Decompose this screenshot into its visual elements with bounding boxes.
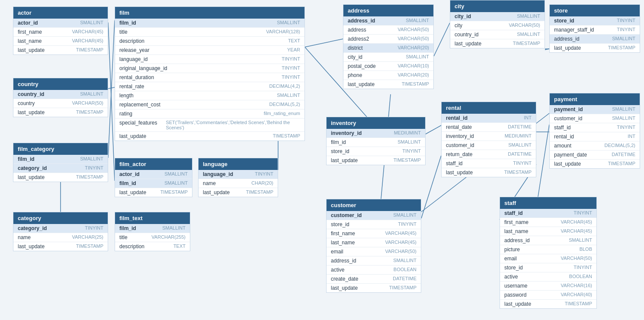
table-category[interactable]: categorycategory_idTINYINTnameVARCHAR(25… [13, 212, 108, 251]
col-name: language_id [203, 171, 233, 177]
col-name: release_year [119, 47, 149, 53]
col-name: original_language_id [119, 65, 167, 71]
table-film_actor[interactable]: film_actoractor_idSMALLINTfilm_idSMALLIN… [115, 158, 192, 197]
col-type: BLOB [580, 246, 592, 253]
col-type: TINYINT [282, 65, 300, 71]
col-type: VARCHAR(10) [397, 63, 429, 69]
col-name: last_update [18, 109, 45, 115]
col-name: last_name [18, 38, 42, 44]
col-type: TIMESTAMP [246, 189, 273, 195]
col-name: address_id [348, 18, 375, 24]
table-rental[interactable]: rentalrental_idINTrental_dateDATETIMEinv… [441, 102, 536, 177]
col-name: rental_rate [119, 83, 144, 90]
table-language[interactable]: languagelanguage_idTINYINTnameCHAR(20)la… [198, 158, 278, 197]
table-row: districtVARCHAR(20) [343, 44, 433, 53]
col-name: customer_id [446, 142, 474, 148]
col-type: SMALLINT [517, 32, 540, 38]
col-name: city [455, 22, 462, 29]
table-row: countryVARCHAR(50) [13, 99, 108, 108]
col-type: SMALLINT [612, 36, 635, 42]
col-type: DATETIME [508, 151, 532, 157]
col-type: DECIMAL(5,2) [269, 102, 300, 108]
table-film_category[interactable]: film_categoryfilm_idSMALLINTcategory_idT… [13, 143, 108, 182]
table-customer[interactable]: customercustomer_idSMALLINTstore_idTINYI… [326, 199, 421, 293]
table-row: last_updateTIMESTAMP [13, 46, 108, 54]
col-type: TIMESTAMP [76, 109, 103, 115]
col-type: INT [628, 134, 635, 140]
col-name: address2 [348, 36, 369, 42]
col-type: YEAR [287, 47, 300, 53]
col-type: VARCHAR(50) [72, 100, 103, 106]
col-name: manager_staff_id [554, 27, 594, 33]
table-row: rental_dateDATETIME [442, 123, 536, 132]
col-name: payment_date [554, 152, 587, 158]
table-header-customer: customer [327, 199, 421, 211]
table-header-rental: rental [442, 102, 536, 114]
table-header-inventory: inventory [327, 117, 425, 129]
table-row: store_idTINYINT [327, 220, 421, 229]
col-name: staff_id [504, 210, 523, 216]
col-type: CHAR(20) [251, 180, 273, 186]
col-type: VARCHAR(16) [561, 283, 592, 289]
table-row: last_nameVARCHAR(45) [500, 227, 596, 236]
col-type: TIMESTAMP [76, 243, 103, 250]
col-name: customer_id [331, 212, 362, 218]
table-header-address: address [343, 5, 433, 16]
col-type: SMALLINT [508, 142, 532, 148]
table-header-film_category: film_category [13, 143, 108, 155]
col-type: VARCHAR(50) [385, 249, 417, 255]
col-type: TINYINT [398, 221, 417, 227]
svg-line-11 [426, 125, 441, 134]
col-name: description [119, 38, 144, 44]
table-row: film_idSMALLINT [115, 19, 304, 28]
table-address[interactable]: addressaddress_idSMALLINTaddressVARCHAR(… [343, 4, 434, 89]
table-actor[interactable]: actoractor_idSMALLINTfirst_nameVARCHAR(4… [13, 6, 108, 55]
col-name: active [331, 267, 344, 273]
col-name: first_name [331, 230, 355, 237]
table-row: last_updateTIMESTAMP [115, 188, 192, 197]
col-name: phone [348, 72, 362, 78]
col-name: amount [554, 143, 571, 149]
table-city[interactable]: citycity_idSMALLINTcityVARCHAR(50)countr… [450, 0, 545, 48]
col-name: last_update [455, 41, 481, 47]
col-name: rental_id [446, 115, 468, 121]
table-header-store: store [550, 5, 640, 16]
svg-line-16 [536, 125, 549, 208]
table-film[interactable]: filmfilm_idSMALLINTtitleVARCHAR(128)desc… [115, 6, 305, 141]
col-name: replacement_cost [119, 102, 160, 108]
table-row: staff_idTINYINT [500, 209, 596, 218]
col-type: TINYINT [617, 125, 635, 131]
col-type: DATETIME [612, 152, 635, 158]
table-row: ratingfilm_rating_enum [115, 109, 304, 118]
table-film_text[interactable]: film_textfilm_idSMALLINTtitleVARCHAR(255… [115, 212, 190, 251]
col-type: TINYINT [255, 171, 273, 177]
table-inventory[interactable]: inventoryinventory_idMEDIUMINTfilm_idSMA… [326, 117, 426, 165]
table-payment[interactable]: paymentpayment_idSMALLINTcustomer_idSMAL… [549, 93, 640, 169]
table-row: rental_durationTINYINT [115, 73, 304, 82]
col-name: film_id [331, 139, 346, 145]
col-type: TINYINT [617, 18, 635, 24]
table-row: last_updateTIMESTAMP [450, 39, 545, 48]
table-country[interactable]: countrycountry_idSMALLINTcountryVARCHAR(… [13, 78, 108, 117]
table-header-language: language [199, 158, 278, 170]
col-type: DECIMAL(4,2) [269, 83, 300, 90]
col-type: TINYINT [402, 148, 421, 154]
table-header-country: country [13, 78, 108, 90]
table-row: address_idSMALLINT [327, 256, 421, 266]
table-row: descriptionTEXT [115, 37, 304, 46]
col-type: TINYINT [85, 165, 103, 171]
table-row: store_idTINYINT [550, 16, 640, 26]
table-row: addressVARCHAR(50) [343, 26, 433, 35]
table-row: store_idTINYINT [500, 263, 596, 272]
col-name: last_update [504, 301, 531, 307]
col-type: TIMESTAMP [76, 174, 103, 180]
col-type: SMALLINT [80, 156, 103, 162]
table-row: usernameVARCHAR(16) [500, 282, 596, 291]
table-row: payment_dateDATETIME [550, 150, 640, 160]
col-type: SMALLINT [397, 139, 421, 145]
table-staff[interactable]: staffstaff_idTINYINTfirst_nameVARCHAR(45… [500, 197, 597, 309]
table-row: activeBOOLEAN [327, 266, 421, 275]
col-type: MEDIUMINT [505, 133, 532, 139]
table-store[interactable]: storestore_idTINYINTmanager_staff_idTINY… [549, 4, 640, 53]
col-name: address_id [504, 237, 530, 243]
